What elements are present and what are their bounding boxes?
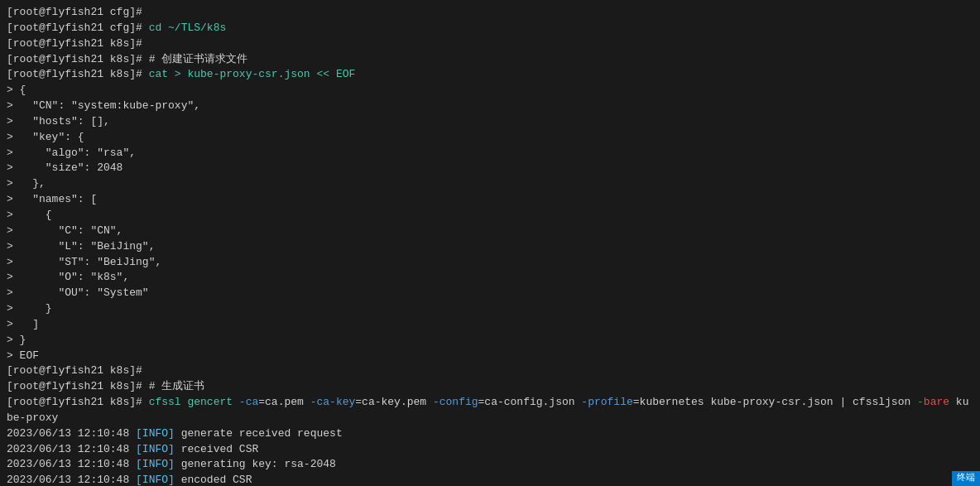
line-1: [root@flyfish21 cfg]# bbox=[7, 5, 973, 21]
line-13: > "names": [ bbox=[7, 192, 973, 208]
status-bar: 终端 bbox=[952, 471, 980, 486]
terminal[interactable]: [root@flyfish21 cfg]# [root@flyfish21 cf… bbox=[0, 0, 980, 486]
line-11: > "size": 2048 bbox=[7, 161, 973, 176]
line-10: > "algo": "rsa", bbox=[7, 146, 973, 161]
line-6: > { bbox=[7, 83, 973, 99]
line-26: [root@flyfish21 k8s]# cfssl gencert -ca=… bbox=[7, 395, 973, 411]
line-2: [root@flyfish21 cfg]# cd ~/TLS/k8s bbox=[7, 21, 973, 36]
line-17: > "ST": "BeiJing", bbox=[7, 255, 973, 271]
line-23: > EOF bbox=[7, 349, 973, 364]
line-3: [root@flyfish21 k8s]# bbox=[7, 36, 973, 52]
line-12: > }, bbox=[7, 176, 973, 192]
line-21: > ] bbox=[7, 317, 973, 333]
line-14: > { bbox=[7, 208, 973, 224]
line-29: 2023/06/13 12:10:48 [INFO] received CSR bbox=[7, 442, 973, 458]
line-19: > "OU": "System" bbox=[7, 286, 973, 301]
line-22: > } bbox=[7, 333, 973, 349]
line-18: > "O": "k8s", bbox=[7, 270, 973, 286]
line-24: [root@flyfish21 k8s]# bbox=[7, 363, 973, 379]
line-27: be-proxy bbox=[7, 411, 973, 426]
line-4: [root@flyfish21 k8s]# # 创建证书请求文件 bbox=[7, 52, 973, 68]
line-30: 2023/06/13 12:10:48 [INFO] generating ke… bbox=[7, 457, 973, 473]
line-15: > "C": "CN", bbox=[7, 224, 973, 239]
line-16: > "L": "BeiJing", bbox=[7, 239, 973, 255]
line-31: 2023/06/13 12:10:48 [INFO] encoded CSR bbox=[7, 473, 973, 486]
status-text: 终端 bbox=[957, 473, 975, 483]
line-7: > "CN": "system:kube-proxy", bbox=[7, 99, 973, 114]
line-5: [root@flyfish21 k8s]# cat > kube-proxy-c… bbox=[7, 67, 973, 83]
line-8: > "hosts": [], bbox=[7, 114, 973, 130]
line-20: > } bbox=[7, 301, 973, 317]
line-28: 2023/06/13 12:10:48 [INFO] generate rece… bbox=[7, 426, 973, 442]
line-9: > "key": { bbox=[7, 130, 973, 146]
line-25: [root@flyfish21 k8s]# # 生成证书 bbox=[7, 379, 973, 395]
